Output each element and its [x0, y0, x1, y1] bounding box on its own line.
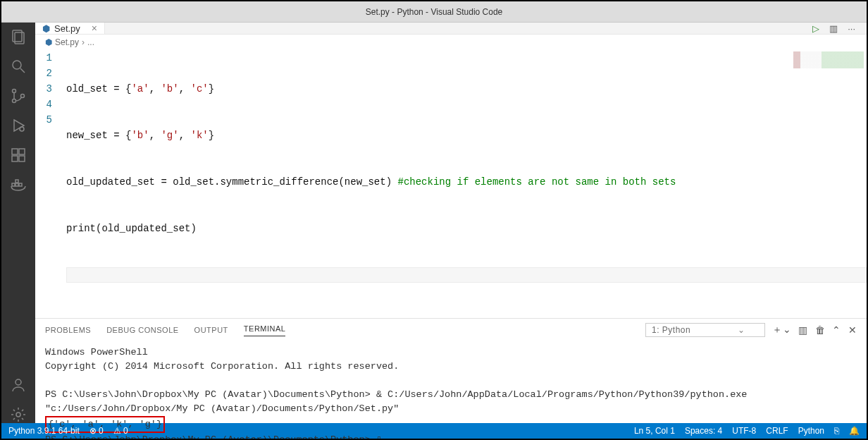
svg-rect-13	[12, 183, 15, 186]
minimap[interactable]	[793, 51, 864, 68]
tab-terminal[interactable]: TERMINAL	[244, 324, 286, 336]
search-icon[interactable]	[10, 58, 27, 75]
settings-gear-icon[interactable]	[10, 406, 27, 423]
line-number: 5	[35, 112, 52, 128]
activity-bar	[1, 23, 35, 423]
terminal-line: Copyright (C) 2014 Microsoft Corporation…	[45, 361, 399, 372]
svg-point-5	[13, 99, 16, 103]
terminal-line: "c:/Users/John/Dropbox/My PC (Avatar)/Do…	[45, 403, 399, 414]
code-line: new_set = {'b', 'g', 'k'}	[66, 128, 867, 143]
kill-terminal-icon[interactable]: 🗑	[815, 324, 826, 336]
svg-point-17	[16, 379, 21, 385]
tab-problems[interactable]: PROBLEMS	[45, 326, 91, 334]
svg-rect-9	[12, 149, 18, 154]
status-encoding[interactable]: UTF-8	[732, 426, 756, 436]
status-language[interactable]: Python	[798, 426, 824, 436]
tab-output[interactable]: OUTPUT	[194, 326, 228, 334]
tab-setpy[interactable]: ⬢ Set.py ×	[35, 23, 105, 34]
close-panel-icon[interactable]: ✕	[848, 324, 857, 336]
svg-point-8	[20, 127, 24, 131]
code-line: print(old_updated_set)	[66, 221, 867, 236]
docker-icon[interactable]	[10, 176, 27, 193]
terminal-output[interactable]: Windows PowerShell Copyright (C) 2014 Mi…	[35, 341, 867, 440]
line-number: 2	[35, 66, 52, 81]
svg-rect-14	[16, 183, 18, 186]
breadcrumb-sep: ›	[82, 37, 85, 47]
panel-tabs: PROBLEMS DEBUG CONSOLE OUTPUT TERMINAL 1…	[35, 319, 867, 341]
bottom-panel: PROBLEMS DEBUG CONSOLE OUTPUT TERMINAL 1…	[35, 318, 867, 440]
status-python-version[interactable]: Python 3.9.1 64-bit	[8, 426, 80, 436]
svg-rect-10	[19, 149, 25, 154]
window-titlebar: Set.py - Python - Visual Studio Code	[1, 1, 867, 23]
code-lines[interactable]: old_set = {'a', 'b', 'c'} new_set = {'b'…	[66, 50, 867, 314]
editor-tabbar: ⬢ Set.py × ▷ ▥ ···	[35, 23, 867, 35]
terminal-selector[interactable]: 1: Python ⌄	[645, 323, 765, 337]
code-line: old_updated_set = old_set.symmetric_diff…	[66, 174, 867, 190]
explorer-icon[interactable]	[10, 28, 27, 45]
extensions-icon[interactable]	[10, 147, 27, 164]
tab-close-icon[interactable]: ×	[92, 23, 97, 34]
line-number-gutter: 1 2 3 4 5	[35, 50, 66, 314]
svg-rect-12	[19, 156, 25, 161]
terminal-line: Windows PowerShell	[45, 347, 148, 358]
run-file-icon[interactable]: ▷	[812, 23, 819, 34]
terminal-selector-label: 1: Python	[652, 325, 690, 335]
python-file-icon: ⬢	[42, 23, 50, 34]
svg-point-18	[16, 412, 20, 417]
svg-point-2	[13, 61, 21, 69]
run-debug-icon[interactable]	[10, 117, 27, 134]
status-bell-icon[interactable]: 🔔	[849, 426, 860, 436]
python-file-icon: ⬢	[45, 37, 52, 47]
line-number: 4	[35, 97, 52, 112]
code-line: old_set = {'a', 'b', 'c'}	[66, 81, 867, 97]
breadcrumb[interactable]: ⬢ Set.py › ...	[35, 35, 867, 50]
status-eol[interactable]: CRLF	[766, 426, 788, 436]
window-title: Set.py - Python - Visual Studio Code	[366, 7, 503, 17]
svg-rect-15	[19, 183, 22, 186]
status-errors[interactable]: ⊗ 0	[89, 426, 104, 436]
svg-marker-7	[14, 120, 24, 131]
source-control-icon[interactable]	[10, 87, 27, 104]
maximize-panel-icon[interactable]: ⌃	[832, 324, 841, 336]
line-number: 1	[35, 50, 52, 66]
status-warnings[interactable]: ⚠ 0	[113, 426, 128, 436]
code-editor[interactable]: 1 2 3 4 5 old_set = {'a', 'b', 'c'} new_…	[35, 50, 867, 318]
terminal-line: PS C:\Users\John\Dropbox\My PC (Avatar)\…	[45, 389, 747, 400]
tab-debug-console[interactable]: DEBUG CONSOLE	[106, 326, 178, 334]
svg-point-6	[21, 94, 25, 98]
svg-rect-11	[12, 156, 18, 161]
svg-rect-16	[16, 180, 18, 183]
status-indent[interactable]: Spaces: 4	[685, 426, 722, 436]
breadcrumb-file: Set.py	[55, 37, 79, 47]
breadcrumb-more: ...	[87, 37, 94, 47]
chevron-down-icon: ⌄	[738, 325, 745, 335]
accounts-icon[interactable]	[10, 377, 27, 393]
svg-point-4	[13, 90, 16, 93]
split-terminal-icon[interactable]: ▥	[798, 324, 808, 336]
line-number: 3	[35, 81, 52, 97]
tab-filename: Set.py	[54, 23, 80, 34]
new-terminal-icon[interactable]: ＋⌄	[772, 324, 791, 336]
status-line-col[interactable]: Ln 5, Col 1	[634, 426, 675, 436]
more-actions-icon[interactable]: ···	[848, 23, 855, 34]
split-editor-icon[interactable]: ▥	[829, 23, 838, 34]
terminal-cursor: ▯	[376, 434, 382, 440]
svg-line-3	[20, 68, 25, 73]
code-line	[66, 267, 867, 283]
status-feedback-icon[interactable]: ⎘	[834, 426, 839, 436]
